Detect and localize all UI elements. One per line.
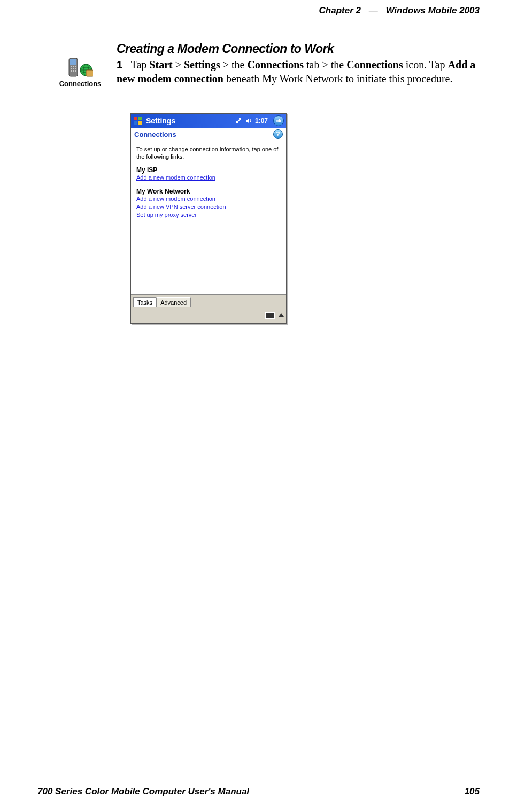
- footer-manual-title: 700 Series Color Mobile Computer User's …: [37, 786, 249, 797]
- step-text: Tap Start > Settings > the Connections t…: [117, 59, 475, 84]
- svg-marker-20: [246, 118, 249, 123]
- work-add-vpn-link[interactable]: Add a new VPN server connection: [136, 203, 282, 211]
- svg-rect-9: [73, 70, 74, 72]
- page-footer: 700 Series Color Mobile Computer User's …: [37, 786, 480, 797]
- device-screenshot: Settings 1:07 ok Connections ? To set up…: [130, 113, 287, 324]
- svg-rect-7: [75, 68, 76, 69]
- intro-text: To set up or change connection informati…: [136, 145, 282, 161]
- start-icon[interactable]: [133, 116, 143, 126]
- tab-advanced[interactable]: Advanced: [156, 297, 191, 307]
- svg-rect-3: [73, 66, 74, 67]
- titlebar-title: Settings: [146, 117, 235, 125]
- connectivity-icon[interactable]: [235, 117, 242, 125]
- my-isp-title: My ISP: [136, 166, 282, 174]
- keyboard-icon[interactable]: [265, 312, 275, 319]
- ok-button[interactable]: ok: [273, 115, 284, 126]
- status-icons: 1:07 ok: [235, 115, 284, 126]
- svg-rect-4: [75, 66, 76, 67]
- section-title: Creating a Modem Connection to Work: [117, 42, 334, 56]
- svg-rect-17: [138, 117, 142, 120]
- work-proxy-link[interactable]: Set up my proxy server: [136, 211, 282, 219]
- svg-rect-19: [138, 121, 142, 125]
- footer-page-number: 105: [465, 786, 480, 797]
- isp-add-modem-link[interactable]: Add a new modem connection: [136, 174, 282, 182]
- titlebar: Settings 1:07 ok: [131, 114, 286, 128]
- svg-rect-1: [70, 59, 76, 65]
- help-button[interactable]: ?: [273, 129, 283, 139]
- tab-bar: Tasks Advanced: [131, 294, 286, 307]
- step-number: 1: [117, 58, 128, 72]
- svg-rect-2: [71, 66, 72, 67]
- svg-rect-15: [86, 70, 93, 76]
- page-header: Chapter 2 — Windows Mobile 2003: [319, 5, 480, 16]
- svg-rect-5: [71, 68, 72, 69]
- work-add-modem-link[interactable]: Add a new modem connection: [136, 195, 282, 203]
- page: Chapter 2 — Windows Mobile 2003 Creating…: [0, 0, 517, 812]
- tab-tasks[interactable]: Tasks: [133, 297, 157, 307]
- svg-rect-16: [134, 117, 137, 120]
- globe-icon: [79, 63, 93, 78]
- my-work-network-title: My Work Network: [136, 188, 282, 195]
- connections-block: Connections: [56, 56, 104, 88]
- sip-up-arrow-icon[interactable]: [279, 313, 284, 317]
- clock-time[interactable]: 1:07: [255, 117, 268, 125]
- volume-icon[interactable]: [245, 118, 252, 124]
- app-title: Connections: [134, 130, 176, 138]
- svg-rect-18: [134, 121, 137, 125]
- header-title: Windows Mobile 2003: [385, 5, 480, 16]
- step-1: 1 Tap Start > Settings > the Connections…: [117, 58, 477, 86]
- header-chapter: Chapter 2: [319, 5, 361, 16]
- header-dash: —: [364, 5, 383, 16]
- connections-label: Connections: [56, 80, 104, 88]
- svg-rect-8: [71, 70, 72, 72]
- connections-icon: [56, 56, 104, 78]
- system-bar: [131, 307, 286, 323]
- content-area: To set up or change connection informati…: [131, 141, 286, 294]
- svg-rect-6: [73, 68, 74, 69]
- svg-rect-10: [75, 70, 76, 72]
- phone-icon: [68, 57, 79, 78]
- app-header: Connections ?: [131, 128, 286, 141]
